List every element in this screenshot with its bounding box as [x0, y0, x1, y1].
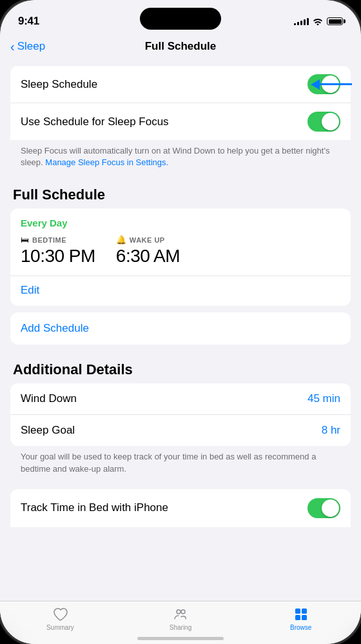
arrow-head-icon — [311, 79, 320, 90]
tab-sharing[interactable]: Sharing — [121, 607, 241, 631]
page-title: Full Schedule — [145, 40, 217, 53]
bed-icon: 🛏 — [21, 235, 29, 245]
svg-point-0 — [177, 610, 180, 614]
sleep-schedule-label: Sleep Schedule — [21, 78, 97, 91]
sleep-schedule-card: Sleep Schedule Use Schedule for Sleep Fo… — [10, 66, 351, 140]
manage-focus-link[interactable]: Manage Sleep Focus in Settings. — [45, 157, 168, 167]
schedule-divider — [10, 276, 351, 276]
sleep-schedule-row: Sleep Schedule — [10, 66, 351, 103]
svg-rect-4 — [295, 615, 300, 620]
arrow-line — [320, 83, 352, 85]
signal-icon — [294, 17, 309, 25]
browse-icon — [293, 607, 309, 622]
times-row: 🛏 BEDTIME 10:30 PM 🔔 WAKE UP 6:30 AM — [21, 235, 340, 267]
back-label: Sleep — [17, 40, 45, 53]
sleep-focus-toggle[interactable] — [307, 112, 340, 132]
svg-point-1 — [181, 610, 185, 614]
track-time-row[interactable]: Track Time in Bed with iPhone — [10, 489, 351, 527]
wakeup-label: WAKE UP — [130, 236, 165, 244]
bedtime-value: 10:30 PM — [21, 246, 95, 267]
toggle-thumb-2 — [322, 113, 339, 130]
track-time-label: Track Time in Bed with iPhone — [21, 501, 168, 514]
edit-button[interactable]: Edit — [21, 284, 39, 296]
track-time-card: Track Time in Bed with iPhone — [10, 489, 351, 527]
every-day-label: Every Day — [21, 217, 340, 228]
sleep-focus-info: Sleep Focus will automatically turn on a… — [10, 140, 351, 176]
heart-icon — [52, 607, 68, 622]
phone-screen: 9:41 ‹ Sleep — [0, 0, 361, 644]
browse-tab-label: Browse — [290, 624, 311, 631]
sleep-focus-label: Use Schedule for Sleep Focus — [21, 116, 169, 128]
add-schedule-card[interactable]: Add Schedule — [10, 312, 351, 345]
chevron-left-icon: ‹ — [10, 40, 15, 53]
bedtime-block: 🛏 BEDTIME 10:30 PM — [21, 235, 95, 267]
dynamic-island — [140, 8, 221, 30]
battery-icon — [327, 17, 343, 25]
alarm-icon: 🔔 — [116, 235, 126, 245]
summary-tab-label: Summary — [46, 624, 74, 631]
wind-down-value: 45 min — [307, 392, 340, 405]
toggle-thumb-3 — [322, 499, 339, 517]
svg-rect-3 — [302, 609, 307, 614]
nav-header: ‹ Sleep Full Schedule — [0, 37, 361, 61]
status-icons — [294, 17, 343, 25]
wakeup-block: 🔔 WAKE UP 6:30 AM — [116, 235, 180, 267]
sleep-goal-value: 8 hr — [322, 424, 340, 437]
bedtime-label-row: 🛏 BEDTIME — [21, 235, 95, 245]
svg-rect-2 — [295, 609, 300, 614]
schedule-card: Every Day 🛏 BEDTIME 10:30 PM 🔔 WAKE UP — [10, 208, 351, 306]
blue-arrow-annotation — [311, 79, 352, 90]
full-schedule-section-header: Full Schedule — [10, 176, 351, 208]
svg-rect-5 — [302, 615, 307, 620]
wifi-icon — [313, 17, 323, 25]
add-schedule-label: Add Schedule — [21, 322, 89, 334]
additional-details-header: Additional Details — [10, 351, 351, 383]
sleep-goal-label: Sleep Goal — [21, 424, 75, 437]
wind-down-row[interactable]: Wind Down 45 min — [10, 383, 351, 415]
home-indicator — [137, 637, 224, 640]
status-time: 9:41 — [18, 15, 39, 28]
content-area: Sleep Schedule Use Schedule for Sleep Fo… — [0, 61, 361, 601]
sleep-focus-row: Use Schedule for Sleep Focus — [10, 103, 351, 140]
sleep-goal-info: Your goal will be used to keep track of … — [10, 446, 351, 482]
tab-summary[interactable]: Summary — [0, 607, 121, 631]
sharing-icon — [173, 607, 188, 622]
track-time-toggle[interactable] — [307, 498, 340, 518]
tab-browse[interactable]: Browse — [240, 607, 361, 631]
bedtime-label: BEDTIME — [32, 236, 66, 244]
wakeup-value: 6:30 AM — [116, 246, 180, 267]
sleep-goal-row[interactable]: Sleep Goal 8 hr — [10, 415, 351, 446]
back-button[interactable]: ‹ Sleep — [10, 40, 45, 53]
phone-frame: 9:41 ‹ Sleep — [0, 0, 361, 644]
additional-details-card: Wind Down 45 min Sleep Goal 8 hr — [10, 383, 351, 446]
wakeup-label-row: 🔔 WAKE UP — [116, 235, 180, 245]
wind-down-label: Wind Down — [21, 392, 77, 405]
sharing-tab-label: Sharing — [170, 624, 191, 631]
